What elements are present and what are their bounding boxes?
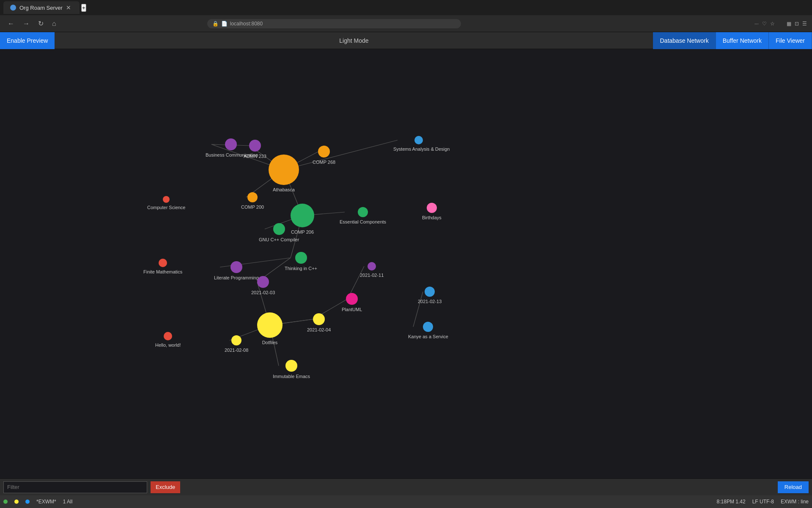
grid-icon[interactable]: ▦ <box>787 21 791 27</box>
node-label-dotfiles: Dotfiles <box>262 340 278 345</box>
reload-browser-button[interactable]: ↻ <box>36 18 46 29</box>
tab-bar: Org Roam Server ✕ + <box>0 0 812 15</box>
page-icon: 📄 <box>221 21 228 27</box>
node-gnu_cpp[interactable]: GNU C++ Compiler <box>259 223 299 243</box>
workspace-label: 1 All <box>63 499 73 505</box>
mode-display: EXWM : line <box>781 499 809 505</box>
node-label-hello_world: Hello, world! <box>155 342 181 348</box>
node-label-comp268: COMP 268 <box>313 159 335 165</box>
active-tab[interactable]: Org Roam Server ✕ <box>3 1 80 14</box>
reload-button[interactable]: Reload <box>778 481 809 493</box>
node-plantuml[interactable]: PlantUML <box>342 293 362 312</box>
node-circle-systems_analysis <box>414 136 423 144</box>
time-display: 8:18PM 1.42 <box>717 499 746 505</box>
node-essential_components[interactable]: Essential Components <box>340 207 386 225</box>
node-athabasca[interactable]: Athabasca <box>269 155 299 193</box>
app-bar: Enable Preview Light Mode Database Netwo… <box>0 32 812 49</box>
menu-icon[interactable]: ☰ <box>802 21 807 27</box>
back-button[interactable]: ← <box>5 18 17 29</box>
bookmark-icon[interactable]: ♡ <box>762 21 767 27</box>
node-comp268[interactable]: COMP 268 <box>313 146 335 165</box>
node-finite_math[interactable]: Finite Mathematics <box>143 259 182 275</box>
filter-input[interactable] <box>3 481 147 493</box>
new-tab-button[interactable]: + <box>81 4 86 12</box>
status-dot-yellow <box>14 500 19 504</box>
node-circle-plantuml <box>346 293 358 305</box>
node-2021_02_03[interactable]: 2021-02-03 <box>251 276 275 295</box>
node-business_comm[interactable]: Business Communication <box>206 138 256 158</box>
status-dot-green <box>3 500 8 504</box>
node-circle-computer_science <box>163 196 170 203</box>
node-label-kanye_service: Kanye as a Service <box>408 334 448 340</box>
status-bar-right: 8:18PM 1.42 LF UTF-8 EXWM : line <box>717 499 809 505</box>
app-bar-center: Light Mode <box>55 37 653 44</box>
node-label-comp200: COMP 200 <box>241 204 264 210</box>
node-circle-comp268 <box>318 146 330 157</box>
node-immutable_emacs[interactable]: Immutable Emacs <box>273 360 310 379</box>
tab-title: Org Roam Server <box>19 5 63 11</box>
more-icon[interactable]: ··· <box>754 21 759 27</box>
exclude-button[interactable]: Exclude <box>151 481 180 493</box>
node-systems_analysis[interactable]: Systems Analysis & Design <box>393 136 444 152</box>
node-circle-kanye_service <box>423 322 433 332</box>
node-label-computer_science: Computer Science <box>147 204 186 210</box>
address-bar[interactable]: 🔒 📄 localhost:8080 <box>207 19 461 28</box>
node-label-immutable_emacs: Immutable Emacs <box>273 373 310 379</box>
browser-actions: ··· ♡ ☆ ▦ ⊡ ☰ <box>754 21 807 27</box>
app-bar-left: Enable Preview <box>0 32 55 49</box>
url-display: localhost:8080 <box>230 21 263 27</box>
node-circle-dotfiles <box>257 312 283 338</box>
buffer-network-link[interactable]: Buffer Network <box>716 32 769 49</box>
node-circle-2021_02_04 <box>313 313 325 325</box>
node-label-2021_02_03: 2021-02-03 <box>251 290 275 295</box>
status-bar: *EXWM* 1 All 8:18PM 1.42 LF UTF-8 EXWM :… <box>0 495 812 508</box>
app-bar-right: Database Network Buffer Network File Vie… <box>653 32 812 49</box>
node-label-2021_02_11: 2021-02-11 <box>360 272 384 278</box>
browser-controls: ← → ↻ ⌂ 🔒 📄 localhost:8080 ··· ♡ ☆ ▦ ⊡ ☰ <box>0 15 812 32</box>
node-circle-2021_02_11 <box>368 262 376 271</box>
node-circle-2021_02_03 <box>257 276 269 288</box>
layout-icon[interactable]: ⊡ <box>795 21 799 27</box>
node-hello_world[interactable]: Hello, world! <box>155 332 181 348</box>
node-circle-thinking_cpp <box>295 252 307 264</box>
close-tab-button[interactable]: ✕ <box>66 4 71 11</box>
node-circle-2021_02_13 <box>425 287 435 297</box>
node-label-finite_math: Finite Mathematics <box>143 269 182 275</box>
star-icon[interactable]: ☆ <box>770 21 775 27</box>
node-computer_science[interactable]: Computer Science <box>147 196 186 210</box>
node-circle-2021_02_08 <box>231 335 241 345</box>
database-network-link[interactable]: Database Network <box>653 32 716 49</box>
node-circle-essential_components <box>358 207 368 217</box>
node-label-business_comm: Business Communication <box>206 152 256 158</box>
node-circle-business_comm <box>225 138 237 150</box>
node-2021_02_13[interactable]: 2021-02-13 <box>418 287 442 304</box>
node-2021_02_04[interactable]: 2021-02-04 <box>307 313 331 333</box>
node-kanye_service[interactable]: Kanye as a Service <box>408 322 448 340</box>
node-thinking_cpp[interactable]: Thinking in C++ <box>285 252 317 271</box>
enable-preview-button[interactable]: Enable Preview <box>0 32 55 49</box>
node-label-athabasca: Athabasca <box>273 187 295 193</box>
node-birthdays[interactable]: Birthdays <box>422 203 442 221</box>
home-button[interactable]: ⌂ <box>49 18 59 29</box>
security-icon: 🔒 <box>212 21 219 27</box>
node-label-2021_02_08: 2021-02-08 <box>225 347 248 353</box>
edges-svg <box>0 49 812 468</box>
node-label-birthdays: Birthdays <box>422 215 442 221</box>
node-2021_02_11[interactable]: 2021-02-11 <box>360 262 384 278</box>
node-2021_02_08[interactable]: 2021-02-08 <box>225 335 248 353</box>
node-circle-hello_world <box>164 332 172 340</box>
status-dot-blue <box>25 500 30 504</box>
forward-button[interactable]: → <box>20 18 32 29</box>
node-label-thinking_cpp: Thinking in C++ <box>285 265 317 271</box>
light-mode-label: Light Mode <box>339 37 368 44</box>
node-circle-birthdays <box>427 203 437 213</box>
node-dotfiles[interactable]: Dotfiles <box>257 312 283 345</box>
node-circle-literate_prog <box>230 261 242 273</box>
node-circle-finite_math <box>159 259 167 267</box>
node-label-gnu_cpp: GNU C++ Compiler <box>259 237 299 243</box>
emacs-label: *EXWM* <box>36 499 56 505</box>
node-comp200[interactable]: COMP 200 <box>241 192 264 210</box>
node-circle-comp200 <box>247 192 258 202</box>
file-viewer-link[interactable]: File Viewer <box>769 32 812 49</box>
node-label-plantuml: PlantUML <box>342 306 362 312</box>
